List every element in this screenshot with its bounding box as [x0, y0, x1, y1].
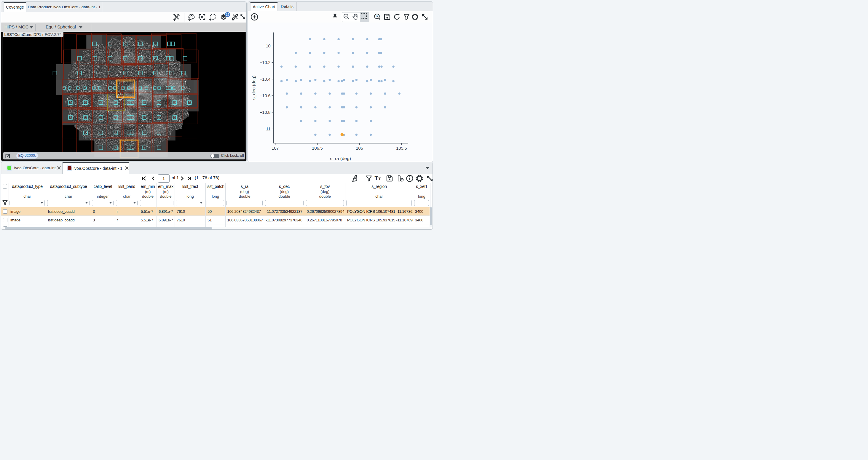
svg-text:−10.4: −10.4: [260, 77, 271, 82]
svg-text:1X: 1X: [375, 15, 378, 18]
svg-text:−10.8: −10.8: [260, 110, 271, 115]
svg-text:106: 106: [356, 146, 363, 151]
svg-text:−10.6: −10.6: [260, 93, 271, 98]
svg-text:s_dec (deg): s_dec (deg): [251, 75, 256, 100]
svg-text:106.5: 106.5: [312, 146, 322, 151]
svg-text:−10.2: −10.2: [260, 60, 271, 65]
svg-text:−10: −10: [263, 43, 271, 48]
svg-text:s_ra (deg): s_ra (deg): [330, 156, 351, 161]
svg-text:105.5: 105.5: [396, 146, 407, 151]
svg-text:T: T: [375, 175, 378, 181]
svg-text:T: T: [378, 177, 381, 181]
svg-text:107: 107: [272, 146, 279, 151]
svg-text:−11: −11: [264, 127, 271, 131]
